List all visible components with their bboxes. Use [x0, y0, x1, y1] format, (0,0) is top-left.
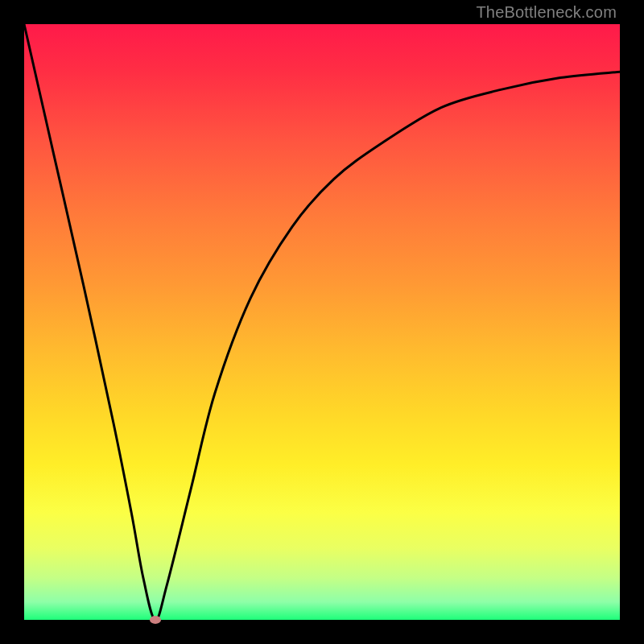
watermark-text: TheBottleneck.com	[476, 3, 617, 22]
bottleneck-curve	[24, 24, 620, 620]
chart-container: TheBottleneck.com	[0, 0, 644, 644]
plot-area	[24, 24, 620, 620]
minimum-marker	[150, 616, 161, 624]
curve-path	[24, 24, 620, 620]
